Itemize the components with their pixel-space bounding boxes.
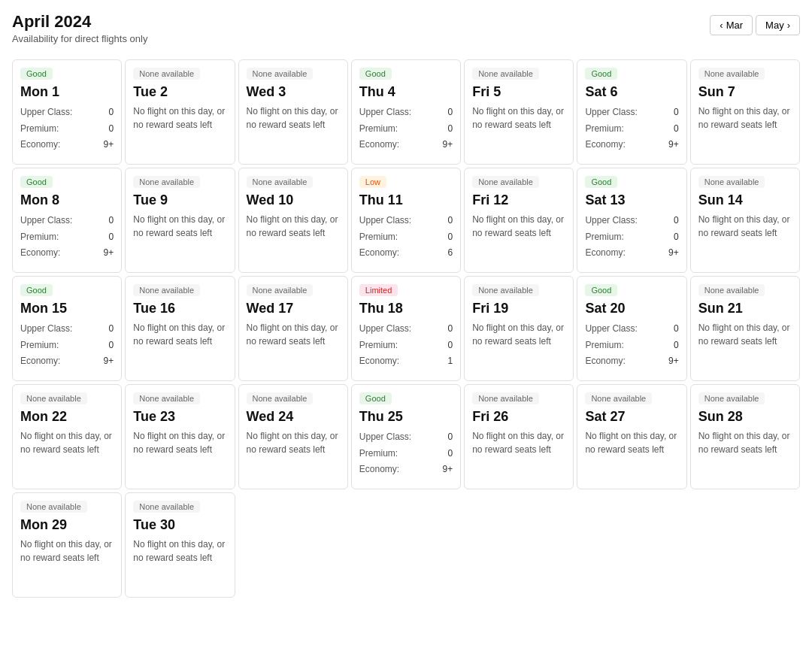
no-flight-text: No flight on this day, or no reward seat… <box>472 104 565 132</box>
premium-row: Premium: 0 <box>359 338 453 354</box>
day-title: Fri 19 <box>472 301 565 316</box>
economy-value: 9+ <box>668 137 679 153</box>
premium-value: 0 <box>674 338 679 354</box>
month-nav: ‹ Mar May › <box>710 15 800 35</box>
economy-label: Economy: <box>359 462 399 478</box>
economy-label: Economy: <box>359 353 399 370</box>
day-cell-thu18[interactable]: LimitedThu 18 Upper Class: 0 Premium: 0 … <box>351 276 461 381</box>
day-cell-mon1[interactable]: GoodMon 1 Upper Class: 0 Premium: 0 Econ… <box>12 59 122 165</box>
availability-badge: Limited <box>359 284 398 296</box>
upper-class-value: 0 <box>674 104 679 121</box>
upper-class-row: Upper Class: 0 <box>359 321 453 338</box>
premium-row: Premium: 0 <box>20 121 114 138</box>
economy-value: 9+ <box>442 137 453 153</box>
day-cell-sun28[interactable]: None availableSun 28No flight on this da… <box>690 384 800 489</box>
no-flight-text: No flight on this day, or no reward seat… <box>472 321 565 348</box>
upper-class-value: 0 <box>674 213 679 229</box>
upper-class-label: Upper Class: <box>20 104 72 121</box>
empty-cell <box>464 492 574 598</box>
upper-class-value: 0 <box>674 321 679 338</box>
day-cell-mon8[interactable]: GoodMon 8 Upper Class: 0 Premium: 0 Econ… <box>12 168 122 273</box>
availability-badge: Low <box>359 176 386 188</box>
day-cell-fri5[interactable]: None availableFri 5No flight on this day… <box>464 59 574 165</box>
premium-value: 0 <box>447 229 453 246</box>
premium-row: Premium: 0 <box>585 229 678 246</box>
no-flight-text: No flight on this day, or no reward seat… <box>698 429 792 456</box>
availability-badge: None available <box>20 501 87 513</box>
upper-class-label: Upper Class: <box>585 213 637 229</box>
day-cell-sat13[interactable]: GoodSat 13 Upper Class: 0 Premium: 0 Eco… <box>577 168 686 273</box>
day-cell-sun21[interactable]: None availableSun 21No flight on this da… <box>690 276 800 381</box>
upper-class-label: Upper Class: <box>585 321 637 338</box>
day-cell-tue2[interactable]: None availableTue 2No flight on this day… <box>125 59 235 165</box>
premium-row: Premium: 0 <box>585 121 678 138</box>
day-cell-tue16[interactable]: None availableTue 16No flight on this da… <box>125 276 235 381</box>
day-cell-fri19[interactable]: None availableFri 19No flight on this da… <box>464 276 574 381</box>
day-cell-sat6[interactable]: GoodSat 6 Upper Class: 0 Premium: 0 Econ… <box>577 59 686 165</box>
prev-month-button[interactable]: ‹ Mar <box>710 15 753 35</box>
day-cell-fri12[interactable]: None availableFri 12No flight on this da… <box>464 168 574 273</box>
day-cell-tue23[interactable]: None availableTue 23No flight on this da… <box>125 384 235 489</box>
economy-row: Economy: 9+ <box>20 353 114 370</box>
day-title: Mon 1 <box>20 84 114 100</box>
chevron-right-icon: › <box>787 20 790 31</box>
premium-label: Premium: <box>359 229 398 246</box>
premium-value: 0 <box>109 338 114 354</box>
availability-badge: Good <box>20 284 53 296</box>
day-cell-mon22[interactable]: None availableMon 22No flight on this da… <box>12 384 122 489</box>
economy-value: 9+ <box>104 245 114 262</box>
page-header: April 2024 Availability for direct fligh… <box>12 12 800 44</box>
upper-class-value: 0 <box>447 104 453 121</box>
day-cell-thu4[interactable]: GoodThu 4 Upper Class: 0 Premium: 0 Econ… <box>351 59 461 165</box>
day-title: Sun 28 <box>698 409 792 425</box>
no-flight-text: No flight on this day, or no reward seat… <box>247 213 340 240</box>
day-cell-tue30[interactable]: None availableTue 30No flight on this da… <box>125 492 235 598</box>
empty-cell <box>690 492 800 598</box>
day-cell-thu11[interactable]: LowThu 11 Upper Class: 0 Premium: 0 Econ… <box>351 168 461 273</box>
day-cell-thu25[interactable]: GoodThu 25 Upper Class: 0 Premium: 0 Eco… <box>351 384 461 489</box>
day-title: Mon 22 <box>20 409 114 425</box>
day-cell-wed3[interactable]: None availableWed 3No flight on this day… <box>238 59 348 165</box>
day-cell-sun7[interactable]: None availableSun 7No flight on this day… <box>690 59 800 165</box>
day-cell-sun14[interactable]: None availableSun 14No flight on this da… <box>690 168 800 273</box>
economy-label: Economy: <box>585 245 625 262</box>
economy-label: Economy: <box>585 353 625 370</box>
no-flight-text: No flight on this day, or no reward seat… <box>133 537 226 565</box>
availability-badge: None available <box>698 392 765 404</box>
upper-class-label: Upper Class: <box>359 104 411 121</box>
no-flight-text: No flight on this day, or no reward seat… <box>20 429 114 456</box>
day-cell-wed24[interactable]: None availableWed 24No flight on this da… <box>238 384 348 489</box>
day-cell-mon15[interactable]: GoodMon 15 Upper Class: 0 Premium: 0 Eco… <box>12 276 122 381</box>
upper-class-label: Upper Class: <box>20 213 72 229</box>
economy-label: Economy: <box>585 137 625 153</box>
premium-row: Premium: 0 <box>20 338 114 354</box>
day-cell-fri26[interactable]: None availableFri 26No flight on this da… <box>464 384 574 489</box>
day-cell-tue9[interactable]: None availableTue 9No flight on this day… <box>125 168 235 273</box>
no-flight-text: No flight on this day, or no reward seat… <box>133 213 226 240</box>
upper-class-label: Upper Class: <box>359 429 411 446</box>
upper-class-row: Upper Class: 0 <box>20 321 114 338</box>
next-month-button[interactable]: May › <box>756 15 800 35</box>
availability-badge: None available <box>247 176 314 188</box>
availability-badge: None available <box>698 68 765 80</box>
day-title: Tue 30 <box>133 517 226 533</box>
day-title: Tue 9 <box>133 192 226 208</box>
day-cell-sat20[interactable]: GoodSat 20 Upper Class: 0 Premium: 0 Eco… <box>577 276 686 381</box>
upper-class-label: Upper Class: <box>20 321 72 338</box>
premium-row: Premium: 0 <box>585 338 678 354</box>
day-cell-wed17[interactable]: None availableWed 17No flight on this da… <box>238 276 348 381</box>
premium-row: Premium: 0 <box>359 446 453 462</box>
availability-badge: Good <box>585 68 617 80</box>
economy-label: Economy: <box>20 353 60 370</box>
upper-class-label: Upper Class: <box>585 104 637 121</box>
day-cell-wed10[interactable]: None availableWed 10No flight on this da… <box>238 168 348 273</box>
day-cell-mon29[interactable]: None availableMon 29No flight on this da… <box>12 492 122 598</box>
availability-badge: None available <box>133 176 200 188</box>
page-title: April 2024 <box>12 12 147 32</box>
upper-class-value: 0 <box>109 104 114 121</box>
upper-class-row: Upper Class: 0 <box>359 104 453 121</box>
premium-label: Premium: <box>359 338 398 354</box>
day-cell-sat27[interactable]: None availableSat 27No flight on this da… <box>577 384 686 489</box>
availability-badge: None available <box>698 176 765 188</box>
economy-label: Economy: <box>359 137 399 153</box>
